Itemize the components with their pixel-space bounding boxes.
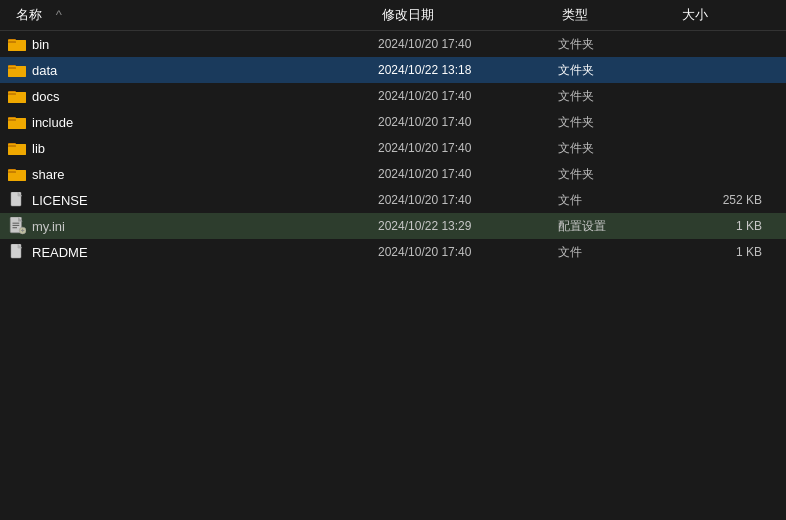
file-name-cell: lib — [8, 140, 378, 156]
file-name-cell: share — [8, 166, 378, 182]
file-icon — [8, 244, 26, 260]
svg-rect-30 — [13, 227, 18, 228]
file-date: 2024/10/20 17:40 — [378, 115, 558, 129]
table-row[interactable]: include 2024/10/20 17:40 文件夹 — [0, 109, 786, 135]
file-name-cell: my.ini — [8, 218, 378, 234]
folder-icon — [8, 88, 26, 104]
file-type: 文件夹 — [558, 166, 678, 183]
file-type: 文件夹 — [558, 88, 678, 105]
file-type: 文件夹 — [558, 140, 678, 157]
file-list: bin 2024/10/20 17:40 文件夹 data 2024/10/22… — [0, 31, 786, 265]
file-date: 2024/10/20 17:40 — [378, 141, 558, 155]
table-row[interactable]: LICENSE 2024/10/20 17:40 文件 252 KB — [0, 187, 786, 213]
file-size: 1 KB — [678, 219, 778, 233]
file-type: 文件 — [558, 244, 678, 261]
file-date: 2024/10/20 17:40 — [378, 193, 558, 207]
col-header-date[interactable]: 修改日期 — [378, 4, 558, 26]
folder-icon — [8, 114, 26, 130]
file-icon — [8, 192, 26, 208]
file-name-label: share — [32, 167, 65, 182]
file-name-label: my.ini — [32, 219, 65, 234]
folder-icon — [8, 36, 26, 52]
file-date: 2024/10/22 13:18 — [378, 63, 558, 77]
file-name-label: README — [32, 245, 88, 260]
file-name-label: LICENSE — [32, 193, 88, 208]
sort-arrow-icon: ^ — [52, 5, 66, 24]
svg-rect-7 — [8, 67, 16, 69]
file-size: 252 KB — [678, 193, 778, 207]
table-row[interactable]: README 2024/10/20 17:40 文件 1 KB — [0, 239, 786, 265]
table-row[interactable]: my.ini 2024/10/22 13:29 配置设置 1 KB — [0, 213, 786, 239]
file-type: 文件夹 — [558, 36, 678, 53]
col-header-name[interactable]: 名称 ^ — [8, 4, 378, 26]
file-date: 2024/10/22 13:29 — [378, 219, 558, 233]
file-type: 文件夹 — [558, 114, 678, 131]
svg-rect-15 — [8, 119, 16, 121]
table-row[interactable]: docs 2024/10/20 17:40 文件夹 — [0, 83, 786, 109]
col-header-type[interactable]: 类型 — [558, 4, 678, 26]
table-row[interactable]: lib 2024/10/20 17:40 文件夹 — [0, 135, 786, 161]
svg-rect-23 — [8, 171, 16, 173]
table-row[interactable]: data 2024/10/22 13:18 文件夹 — [0, 57, 786, 83]
file-date: 2024/10/20 17:40 — [378, 89, 558, 103]
file-type: 文件 — [558, 192, 678, 209]
file-name-label: bin — [32, 37, 49, 52]
svg-rect-19 — [8, 145, 16, 147]
file-name-label: docs — [32, 89, 59, 104]
file-name-label: data — [32, 63, 57, 78]
ini-file-icon — [8, 218, 26, 234]
folder-icon — [8, 166, 26, 182]
col-header-size[interactable]: 大小 — [678, 4, 778, 26]
file-name-cell: docs — [8, 88, 378, 104]
file-name-label: include — [32, 115, 73, 130]
table-row[interactable]: bin 2024/10/20 17:40 文件夹 — [0, 31, 786, 57]
file-type: 文件夹 — [558, 62, 678, 79]
svg-rect-29 — [13, 225, 20, 226]
file-name-cell: bin — [8, 36, 378, 52]
file-type: 配置设置 — [558, 218, 678, 235]
svg-rect-11 — [8, 93, 16, 95]
file-size: 1 KB — [678, 245, 778, 259]
file-name-cell: LICENSE — [8, 192, 378, 208]
svg-rect-3 — [8, 41, 16, 43]
file-explorer: 名称 ^ 修改日期 类型 大小 bin 2024/10/20 17:40 文件夹 — [0, 0, 786, 520]
folder-icon — [8, 140, 26, 156]
file-date: 2024/10/20 17:40 — [378, 37, 558, 51]
table-header: 名称 ^ 修改日期 类型 大小 — [0, 0, 786, 31]
folder-icon — [8, 62, 26, 78]
table-row[interactable]: share 2024/10/20 17:40 文件夹 — [0, 161, 786, 187]
file-name-cell: README — [8, 244, 378, 260]
file-name-cell: data — [8, 62, 378, 78]
file-name-label: lib — [32, 141, 45, 156]
file-name-cell: include — [8, 114, 378, 130]
file-date: 2024/10/20 17:40 — [378, 245, 558, 259]
svg-rect-28 — [13, 223, 20, 224]
file-date: 2024/10/20 17:40 — [378, 167, 558, 181]
